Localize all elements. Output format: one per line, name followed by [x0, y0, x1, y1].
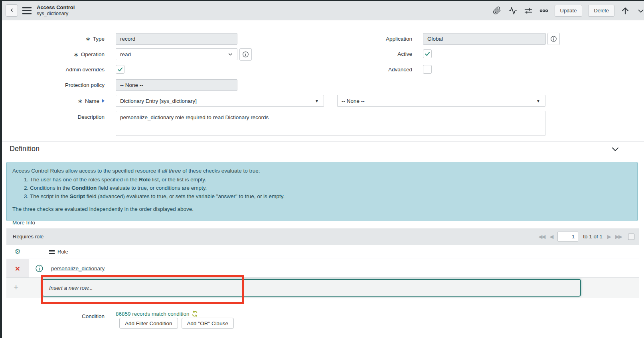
delete-row-cell: ×	[6, 259, 29, 277]
name-table-select[interactable]: Dictionary Entry [sys_dictionary] ▼	[116, 95, 324, 107]
required-icon: ∗	[85, 36, 91, 42]
admin-overrides-label: Admin overrides	[0, 65, 105, 74]
list-pagination: ◀◀ ◀ to 1 of 1 ▶ ▶▶ −	[538, 232, 634, 242]
protection-policy-label: Protection policy	[0, 79, 105, 91]
description-textarea[interactable]: personalize_dictionary role required to …	[116, 111, 545, 136]
left-edge-strip	[0, 0, 2, 338]
access-control-form-page: Access Control sys_dictionary Update Del…	[0, 0, 644, 338]
personalize-form-icon[interactable]	[523, 6, 533, 16]
required-icon: ∗	[77, 98, 83, 104]
last-page-icon[interactable]: ▶▶	[615, 234, 622, 240]
name-expand-icon[interactable]	[102, 99, 105, 103]
condition-label: Condition	[0, 312, 105, 320]
condition-buttons: Add Filter Condition Add "OR" Clause	[119, 318, 234, 329]
description-label: Description	[0, 113, 105, 121]
previous-page-icon[interactable]: ◀	[549, 234, 553, 240]
gear-icon[interactable]: ⚙	[14, 248, 20, 256]
update-button[interactable]: Update	[555, 5, 583, 17]
more-options-icon[interactable]	[539, 6, 549, 16]
advanced-checkbox[interactable]	[423, 65, 432, 74]
add-filter-condition-button[interactable]: Add Filter Condition	[119, 318, 178, 329]
table-row: × personalize_dictionary	[6, 259, 639, 278]
infobox-check-item: The script in the Script field (advanced…	[30, 192, 632, 200]
infobox-check-item: Conditions in the Condition field evalua…	[30, 184, 632, 192]
delete-button[interactable]: Delete	[588, 5, 614, 17]
acl-help-infobox: Access Control Rules allow access to the…	[6, 162, 638, 221]
insert-row: + Insert a new row...	[6, 278, 639, 298]
requires-role-title: Requires role	[13, 234, 43, 240]
infobox-check-item: The user has one of the roles specified …	[30, 175, 632, 184]
back-button[interactable]	[6, 4, 18, 17]
page-range-text: to 1 of 1	[583, 234, 603, 240]
add-or-clause-button[interactable]: Add "OR" Clause	[182, 318, 234, 329]
protection-policy-field: -- None --	[116, 79, 237, 91]
records-match-link[interactable]: 86859 records match condition	[116, 310, 198, 317]
record-info-icon[interactable]	[35, 264, 43, 273]
header-titles: Access Control sys_dictionary	[37, 5, 75, 16]
definition-collapse-chevron-icon[interactable]	[610, 144, 620, 155]
infobox-footer: The three checks are evaluated independe…	[12, 205, 632, 213]
form-header-bar: Access Control sys_dictionary Update Del…	[2, 1, 644, 20]
context-menu-icon[interactable]	[22, 7, 32, 14]
dropdown-triangle-icon: ▼	[315, 99, 319, 103]
advanced-label: Advanced	[307, 65, 412, 74]
page-subtitle: sys_dictionary	[37, 11, 75, 16]
definition-section-title: Definition	[10, 145, 40, 153]
top-edge-strip	[0, 0, 644, 1]
dropdown-triangle-icon: ▼	[536, 99, 540, 103]
application-field: Global	[423, 33, 546, 45]
scroll-to-top-icon[interactable]	[620, 6, 630, 16]
back-chevron-icon	[9, 7, 14, 14]
role-record-link[interactable]: personalize_dictionary	[51, 265, 105, 271]
collapse-header-chevron-icon[interactable]	[636, 6, 644, 16]
column-menu-icon	[49, 250, 55, 254]
role-column-header[interactable]: Role	[29, 249, 68, 255]
operation-select[interactable]: read	[116, 48, 237, 60]
operation-label: ∗ Operation	[0, 49, 105, 60]
operation-info-button[interactable]	[239, 48, 252, 61]
insert-new-row-input[interactable]: Insert a new row...	[42, 279, 581, 297]
type-field: record	[116, 33, 237, 45]
name-label: ∗ Name	[0, 95, 105, 107]
active-checkbox[interactable]	[423, 49, 432, 58]
first-page-icon[interactable]: ◀◀	[538, 234, 545, 240]
add-row-icon[interactable]: +	[14, 283, 18, 291]
application-label: Application	[307, 33, 412, 45]
requires-role-header-bar: Requires role ◀◀ ◀ to 1 of 1 ▶ ▶▶ −	[6, 228, 639, 245]
minimize-list-icon[interactable]: −	[628, 234, 634, 240]
active-label: Active	[307, 49, 412, 58]
name-field-select[interactable]: -- None -- ▼	[337, 95, 545, 107]
refresh-icon[interactable]	[192, 310, 198, 317]
next-page-icon[interactable]: ▶	[607, 234, 610, 240]
infobox-intro: Access Control Rules allow access to the…	[12, 167, 632, 175]
attachment-icon[interactable]	[492, 6, 502, 16]
requires-role-column-header: ⚙ Role	[6, 245, 639, 259]
list-settings-cell: ⚙	[6, 245, 29, 259]
section-divider	[0, 141, 644, 142]
activity-stream-icon[interactable]	[508, 6, 518, 16]
page-title: Access Control	[37, 5, 75, 11]
more-info-link[interactable]: More Info	[12, 218, 35, 227]
application-info-button[interactable]	[547, 33, 560, 45]
required-icon: ∗	[73, 51, 79, 57]
admin-overrides-checkbox[interactable]	[116, 65, 124, 74]
type-label: ∗ Type	[0, 33, 105, 45]
page-number-input[interactable]	[557, 232, 578, 242]
delete-row-icon[interactable]: ×	[15, 264, 20, 273]
chevron-down-icon	[227, 51, 233, 57]
